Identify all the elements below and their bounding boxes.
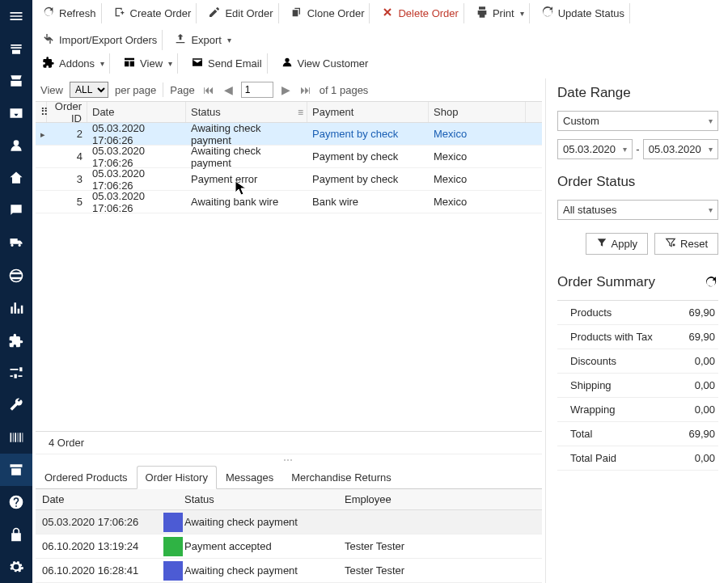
user-icon[interactable] [0, 129, 32, 162]
delete-order-button[interactable]: Delete Order [376, 3, 463, 23]
page-label: Page [170, 84, 194, 96]
view-customer-label: View Customer [298, 57, 369, 70]
sliders-icon[interactable] [0, 357, 32, 389]
tab-merchandise-returns[interactable]: Merchandise Returns [282, 466, 400, 489]
refresh-button[interactable]: Refresh [37, 3, 102, 23]
align-icon: ≡ [298, 107, 303, 118]
view-label: View [40, 84, 63, 96]
table-row[interactable]: 305.03.2020 17:06:26Payment errorPayment… [36, 168, 542, 191]
chevron-down-icon: ▾ [227, 36, 231, 44]
history-row[interactable]: 06.10.2020 16:28:41Awaiting check paymen… [36, 559, 542, 583]
center-panel: View ALL per page Page ⏮ ◀ ▶ ⏭ of 1 page… [32, 78, 546, 583]
tab-messages[interactable]: Messages [217, 466, 282, 489]
clone-order-button[interactable]: Clone Order [286, 3, 370, 23]
table-row[interactable]: 505.03.2020 17:06:26Awaiting bank wireBa… [36, 191, 542, 213]
print-icon [476, 6, 489, 21]
shop-icon[interactable] [0, 65, 32, 97]
horizontal-splitter[interactable]: ⋯ [36, 454, 542, 465]
home-icon[interactable] [0, 162, 32, 194]
archive-icon[interactable] [0, 454, 32, 486]
chat-icon[interactable] [0, 194, 32, 226]
prev-page-icon[interactable]: ◀ [222, 83, 235, 96]
edit-order-label: Edit Order [225, 7, 273, 19]
menu-icon[interactable] [0, 0, 32, 32]
table-row[interactable]: 405.03.2020 17:06:26Awaiting check payme… [36, 146, 542, 168]
date-dash: - [636, 143, 639, 155]
puzzle-icon[interactable] [0, 324, 32, 357]
update-icon [541, 6, 554, 21]
tab-ordered-products[interactable]: Ordered Products [36, 466, 137, 489]
create-icon [113, 6, 126, 21]
col-order-id[interactable]: Order ID [47, 102, 87, 122]
grid-footer: 4 Order [36, 431, 542, 454]
send-email-button[interactable]: Send Email [186, 53, 267, 74]
chevron-down-icon: ▾ [623, 145, 627, 154]
update-status-button[interactable]: Update Status [536, 3, 630, 23]
dashboard-icon[interactable] [0, 32, 32, 65]
first-page-icon[interactable]: ⏮ [201, 83, 216, 96]
reset-button[interactable]: Reset [654, 233, 718, 255]
puzzle-icon [42, 56, 55, 71]
addons-button[interactable]: Addons ▾ [37, 53, 110, 74]
main-area: Refresh Create Order Edit Order Clone Or… [32, 0, 728, 583]
reset-icon [665, 237, 676, 251]
update-status-label: Update Status [558, 7, 624, 19]
layout-icon [123, 56, 136, 71]
detail-tabs: Ordered Products Order History Messages … [36, 465, 542, 489]
order-status-select[interactable]: All statuses▾ [557, 200, 718, 220]
export-label: Export [191, 34, 222, 46]
export-button[interactable]: Export ▾ [169, 30, 236, 50]
next-page-icon[interactable]: ▶ [280, 83, 292, 96]
help-icon[interactable] [0, 486, 32, 518]
history-row[interactable]: 06.10.2020 13:19:24Payment acceptedTeste… [36, 534, 542, 559]
wrench-icon[interactable] [0, 389, 32, 421]
per-page-select[interactable]: ALL [70, 82, 108, 98]
gear-icon[interactable] [0, 551, 32, 583]
print-label: Print [493, 7, 514, 19]
inbox-icon[interactable] [0, 97, 32, 129]
chart-icon[interactable] [0, 292, 32, 324]
reload-icon[interactable] [704, 275, 718, 292]
refresh-icon [42, 6, 55, 21]
of-pages: of 1 pages [320, 84, 369, 96]
refresh-label: Refresh [59, 7, 96, 19]
apply-button[interactable]: Apply [586, 233, 649, 255]
import-export-button[interactable]: Import/Export Orders [37, 30, 163, 50]
delete-order-label: Delete Order [398, 7, 458, 19]
hist-col-date[interactable]: Date [36, 493, 157, 505]
col-payment[interactable]: Payment [307, 102, 429, 122]
col-shop[interactable]: Shop [429, 102, 526, 122]
print-button[interactable]: Print ▾ [471, 3, 530, 23]
summary-row: Products with Tax69,90 [557, 325, 718, 349]
chevron-down-icon: ▾ [168, 59, 172, 68]
chevron-down-icon: ▾ [709, 145, 713, 154]
view-button[interactable]: View ▾ [118, 53, 178, 74]
history-row[interactable]: 05.03.2020 17:06:26Awaiting check paymen… [36, 510, 542, 534]
col-status[interactable]: Status≡ [186, 102, 307, 122]
globe-icon[interactable] [0, 260, 32, 292]
col-date[interactable]: Date [87, 102, 186, 122]
edit-order-button[interactable]: Edit Order [203, 3, 278, 23]
addons-label: Addons [59, 57, 95, 70]
date-to-input[interactable]: 05.03.2020▾ [643, 139, 718, 159]
tab-order-history[interactable]: Order History [137, 466, 217, 489]
create-order-button[interactable]: Create Order [108, 3, 197, 23]
hist-col-status[interactable]: Status [178, 493, 338, 505]
toolbar-row-2: Addons ▾ View ▾ Send Email View Customer [32, 50, 728, 78]
barcode-icon[interactable] [0, 421, 32, 454]
date-from-input[interactable]: 05.03.2020▾ [557, 139, 633, 159]
left-sidebar [0, 0, 32, 583]
chevron-down-icon: ▾ [709, 116, 713, 125]
table-row[interactable]: ▸205.03.2020 17:06:26Awaiting check paym… [36, 123, 542, 146]
right-panel: Date Range Custom▾ 05.03.2020▾ - 05.03.2… [546, 78, 728, 583]
truck-icon[interactable] [0, 226, 32, 259]
view-customer-button[interactable]: View Customer [276, 53, 374, 74]
summary-row: Total Paid0,00 [557, 446, 718, 471]
last-page-icon[interactable]: ⏭ [298, 83, 313, 96]
orders-grid: ⠿ Order ID Date Status≡ Payment Shop ▸20… [36, 101, 542, 213]
export-icon [174, 32, 187, 48]
hist-col-employee[interactable]: Employee [338, 493, 542, 505]
page-input[interactable] [241, 82, 273, 98]
lock-icon[interactable] [0, 518, 32, 551]
date-range-preset-select[interactable]: Custom▾ [557, 111, 718, 131]
